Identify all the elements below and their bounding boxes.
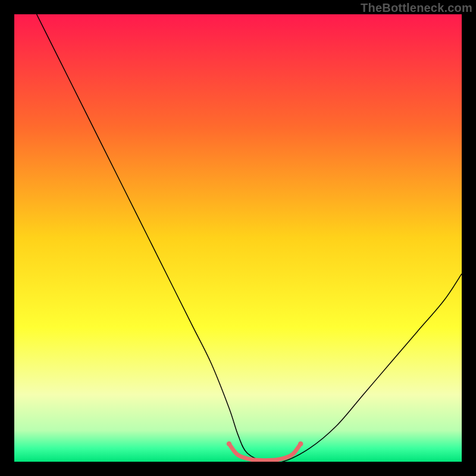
chart-plot-area <box>14 14 462 462</box>
chart-frame: TheBottleneck.com <box>0 0 476 476</box>
marker-1 <box>298 441 303 446</box>
watermark-text: TheBottleneck.com <box>361 1 472 15</box>
marker-0 <box>227 441 231 446</box>
chart-svg <box>14 14 462 462</box>
chart-background-gradient <box>14 14 462 462</box>
